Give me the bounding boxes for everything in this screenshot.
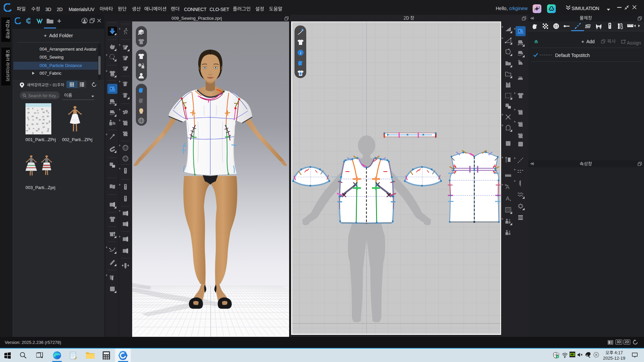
svg-text:15: 15: [26, 130, 28, 132]
svg-text:20: 20: [46, 122, 48, 124]
svg-text:50: 50: [42, 122, 44, 124]
svg-text:10: 10: [26, 124, 29, 126]
svg-text:10: 10: [34, 112, 36, 114]
svg-text:10: 10: [32, 132, 34, 134]
svg-text:10: 10: [41, 131, 43, 134]
svg-text:50: 50: [36, 130, 38, 132]
svg-text:20: 20: [32, 115, 34, 117]
svg-text:15: 15: [39, 119, 41, 121]
svg-text:15: 15: [47, 130, 49, 132]
svg-text:i: i: [300, 50, 301, 55]
svg-text:A: A: [506, 196, 509, 201]
svg-text:50: 50: [43, 111, 45, 113]
svg-text:30: 30: [47, 115, 49, 117]
svg-text:15: 15: [42, 116, 44, 118]
svg-text:30: 30: [43, 119, 45, 121]
